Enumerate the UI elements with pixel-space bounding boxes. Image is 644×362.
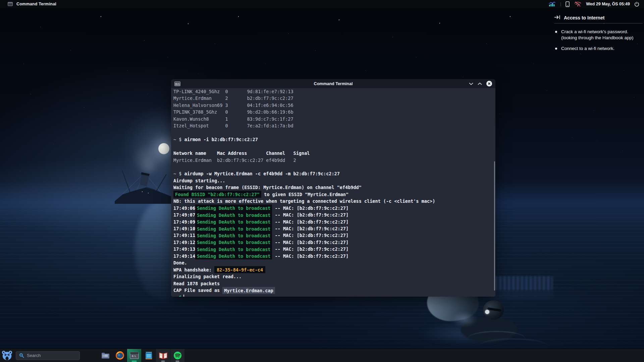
terminal-line: Kavon.Wunsch8 1 83:9d:c7:9c:1f:27 [173,116,495,122]
taskbar: C:\ [0,349,644,362]
terminal-text-segment: Network name Mac Address Channel Signal [173,150,310,156]
firefox-icon [115,351,124,360]
terminal-line: 17:49:07Sending DeAuth to broadcast -- M… [173,212,495,218]
dock-web-browser[interactable] [113,349,127,362]
terminal-text-segment: 17:49:13 [173,246,195,252]
terminal-line: Done. [173,259,495,266]
window-titlebar[interactable]: C:\ Command Terminal [171,79,495,88]
terminal-line: CAP File saved as Myrtice.Erdman.cap [173,287,495,294]
terminal-line: ~ $ airmon -i b2:db:f7:9c:c2:27 [173,136,495,143]
terminal-text-segment: Sending DeAuth to broadcast [195,218,272,225]
terminal-text-segment: Sending DeAuth to broadcast [195,204,272,212]
terminal-line: Finalizing packet read... [173,273,495,280]
terminal-line: Airdump starting... [173,177,495,184]
terminal-text-segment: TPLINK_3788_5Ghz 0 9b:d2:0b:66:19:6b [173,109,293,115]
terminal-window-icon: C:\ [174,81,180,86]
dock-files[interactable] [98,349,112,362]
terminal-line: 17:49:14Sending DeAuth to broadcast -- M… [173,253,495,259]
task-panel-divider [554,23,643,23]
terminal-text-segment: to given ESSID "Myrtice.Erdman" [261,192,348,197]
scrollbar-thumb[interactable] [494,161,495,291]
book-icon [159,352,168,359]
task-item: Connect to a wi-fi network. [554,46,634,52]
bear-icon [1,350,13,361]
terminal-text-segment: -- MAC: [b2:db:f7:9c:c2:27] [272,226,348,231]
terminal-text-segment: Sending DeAuth to broadcast [195,232,272,239]
terminal-window: C:\ Command Terminal TP-LINK_4240_5Ghz 0… [171,79,495,297]
dock-handbook[interactable] [156,349,170,362]
terminal-text-segment: Kavon.Wunsch8 1 83:9d:c7:9c:1f:27 [173,116,293,122]
dock-terminal-active[interactable]: C:\ [127,349,141,362]
dock-notes[interactable] [142,349,156,362]
clock[interactable]: Wed 29 May, ÖS 05:49 [586,2,630,6]
svg-text:C:\: C:\ [132,355,136,358]
topbar-app-title: Command Terminal [16,2,56,6]
terminal-text-segment: ~ $ [173,171,184,176]
swimmer-goggle [485,310,489,314]
terminal-screen[interactable]: TP-LINK_4240_5Ghz 0 9d:81:fe:e7:92:13Myr… [171,88,495,297]
terminal-text-segment: 17:49:11 [173,233,195,238]
terminal-text-segment: Itzel_Hotspot 0 7e:a2:fd:a1:7a:bd [173,123,293,128]
minimize-button[interactable] [469,82,473,85]
top-bar: Command Terminal | [0,0,644,8]
terminal-text-segment: NB: this attack is more effective when t… [173,198,435,204]
terminal-line: ~ $ [173,294,495,297]
terminal-text-segment: ~ $ [173,137,184,142]
terminal-text-segment: Found BSSID "b2:db:f7:9c:c2:27" [173,191,261,198]
terminal-text-segment: -- MAC: [b2:db:f7:9c:c2:27] [272,233,348,238]
running-indicator [161,361,165,362]
phone-icon[interactable] [566,1,570,7]
terminal-text-segment: 17:49:14 [173,253,195,259]
terminal-text-segment: 82-35-84-9f-ec-c4 [214,266,265,273]
terminal-text-segment: Sending DeAuth to broadcast [195,252,272,259]
goto-arrow-icon [554,15,561,21]
terminal-text-segment: Sending DeAuth to broadcast [195,246,272,253]
task-panel-title: Access to Internet [564,15,604,20]
terminal-line: 17:49:13Sending DeAuth to broadcast -- M… [173,246,495,252]
tray-separator: | [560,2,561,6]
terminal-cursor [183,295,184,297]
power-icon[interactable] [634,2,639,7]
terminal-line: Network name Mac Address Channel Signal [173,150,495,157]
close-button[interactable] [486,81,492,86]
terminal-text-segment: ~ [173,295,179,297]
terminal-app-icon [8,2,13,6]
search-input[interactable] [27,353,74,358]
search-icon [19,353,24,358]
terminal-line: Itzel_Hotspot 0 7e:a2:fd:a1:7a:bd [173,122,495,129]
terminal-text-segment: Waiting for beacon frame (ESSID: Myrtice… [173,185,362,190]
network-activity-icon[interactable] [549,2,556,7]
terminal-line: WPA handshake: 82-35-84-9f-ec-c4 [173,266,495,273]
terminal-text-segment: TP-LINK_4240_5Ghz 0 9d:81:fe:e7:92:13 [173,89,293,94]
terminal-line: Waiting for beacon frame (ESSID: Myrtice… [173,184,495,191]
terminal-line: TP-LINK_4240_5Ghz 0 9d:81:fe:e7:92:13 [173,88,495,95]
terminal-text-segment: Sending DeAuth to broadcast [195,225,272,232]
terminal-text-segment: -- MAC: [b2:db:f7:9c:c2:27] [272,240,348,245]
terminal-text-segment: -- MAC: [b2:db:f7:9c:c2:27] [272,246,348,252]
window-title: Command Terminal [171,81,495,86]
terminal-line [173,143,495,150]
terminal-text-segment: -- MAC: [b2:db:f7:9c:c2:27] [272,212,348,218]
terminal-line [173,129,495,136]
terminal-text-segment: -- MAC: [b2:db:f7:9c:c2:27] [272,253,348,259]
terminal-text-segment: Helena_Halvorson69 3 04:1f:e6:94:0c:56 [173,103,293,108]
running-indicator [176,361,179,362]
terminal-line: 17:49:09Sending DeAuth to broadcast -- M… [173,219,495,225]
terminal-text-segment: Myrtice.Erdman 2 b2:db:f7:9c:c2:27 [173,96,293,101]
terminal-text-segment: Read 1878 packets [173,281,220,286]
taskbar-search[interactable] [16,351,80,360]
terminal-text-segment: Done. [173,260,187,265]
folder-icon [101,352,110,359]
terminal-text-segment: 17:49:12 [173,240,195,245]
terminal-text-segment: WPA handshake: [173,267,214,273]
wifi-off-icon[interactable] [574,1,582,7]
maximize-button[interactable] [478,82,482,85]
terminal-line: Found BSSID "b2:db:f7:9c:c2:27" to given… [173,191,495,198]
terminal-text-segment: 17:49:10 [173,226,195,231]
terminal-text-segment: airmon -i b2:db:f7:9c:c2:27 [184,137,258,142]
start-menu-button[interactable] [0,349,14,362]
terminal-line: Helena_Halvorson69 3 04:1f:e6:94:0c:56 [173,102,495,109]
terminal-line: 17:49:10Sending DeAuth to broadcast -- M… [173,225,495,232]
terminal-line: Myrtice.Erdman 2 b2:db:f7:9c:c2:27 [173,95,495,102]
dock-spotify[interactable] [170,349,184,362]
